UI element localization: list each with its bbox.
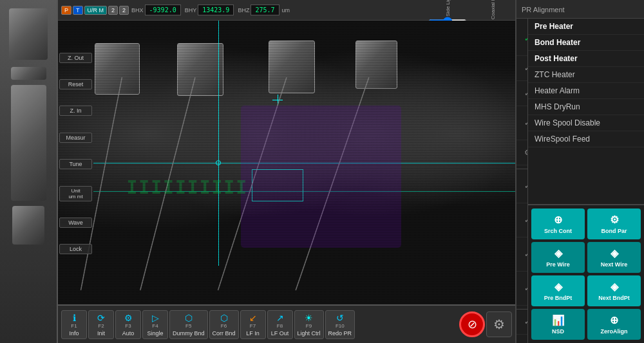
pre-wire-label: Pre Wire (546, 261, 569, 268)
pre-bndpt-button[interactable]: ◈ Pre BndPt (531, 275, 585, 306)
side-label-zin[interactable]: Z. In (59, 106, 92, 116)
side-label-tune[interactable]: Tune (59, 159, 92, 169)
fn-btn-f5[interactable]: ⬡ F5 Dummy Bnd (169, 310, 208, 339)
settings-button[interactable]: ⚙ (486, 311, 512, 337)
side-label-unit[interactable]: Unitum mt (59, 186, 92, 201)
menu-item-l-elev-slot[interactable]: L Elev Slot 1 (516, 272, 527, 306)
zero-align-button[interactable]: ⊕ ZeroAlign (587, 309, 641, 340)
menu-item-wc-open[interactable]: WC Open (516, 310, 527, 335)
wirespool-feed-label: WireSpool Feed (535, 134, 638, 144)
fn-f10-icon: ↺ (336, 313, 344, 323)
action-buttons-grid: ⊕ Srch Cont ⚙ Bond Par ◈ Pre Wire ◈ Next… (528, 204, 644, 343)
menu-item-redo-pr[interactable]: Redo PR (516, 140, 527, 165)
hardware-module-bottom (12, 206, 44, 245)
coord-unit: um (282, 7, 290, 14)
left-elev-up-icon (523, 216, 527, 225)
fn-btn-f7[interactable]: ↙ F7 LF In (240, 310, 266, 339)
toolbar-btn-2a[interactable]: 2 (108, 6, 118, 15)
menu-item-mhs-dryrun[interactable]: MHS DryRun (528, 99, 644, 115)
fn-f4-key: F4 (152, 323, 158, 329)
toolbar-btn-t[interactable]: T (73, 6, 83, 15)
menu-item-left-elev-down[interactable]: Left Elev Down (516, 237, 527, 272)
fn-btn-f6[interactable]: ⬡ F6 Corr Bnd (209, 310, 239, 339)
camera-view: IIIIIIIIII Z. Out Reset Z. In Measur Tun… (58, 21, 515, 304)
monitor-area: P T U/R M 2 2 BHX -9392.0 BHY 13423.9 BH… (58, 0, 515, 343)
wire-overlay (58, 21, 515, 304)
pre-heater-label: Pre Heater (535, 22, 638, 31)
wc-open-icon (523, 317, 527, 326)
toolbar-btn-2b[interactable]: 2 (119, 6, 129, 15)
menu-item-pre-heater[interactable]: Pre Heater (528, 19, 644, 35)
side-label-lock[interactable]: Lock (59, 244, 92, 254)
redo-pr-icon (523, 148, 527, 157)
dummy-bond-icon (523, 64, 527, 73)
menu-item-bto-on-ball[interactable]: BTO On Ball (516, 106, 527, 140)
menu-item-wc-close[interactable]: WC Close (516, 335, 527, 343)
nsd-icon: 📊 (552, 314, 565, 326)
fn-btn-f8[interactable]: ↗ F8 LF Out (267, 310, 293, 339)
fn-btn-f1[interactable]: ℹ F1 Info (61, 310, 87, 339)
pre-wire-button[interactable]: ◈ Pre Wire (531, 242, 585, 273)
menu-item-dummy-bond[interactable]: Dummy Bond (516, 56, 527, 81)
toolbar-coords: BHX -9392.0 BHY 13423.9 BHZ 275.7 um (131, 5, 290, 15)
fn-f5-icon: ⬡ (185, 313, 193, 323)
fn-btn-f3[interactable]: ⚙ F3 Auto (115, 310, 141, 339)
zero-align-icon: ⊕ (610, 314, 618, 326)
srch-cont-button[interactable]: ⊕ Srch Cont (531, 209, 585, 239)
bhx-value: -9392.0 (145, 5, 181, 15)
menu-item-ztc-heater[interactable]: ZTC Heater (528, 67, 644, 83)
menu-item-wire-spool-disable[interactable]: Wire Spool Disable (528, 115, 644, 131)
menu-item-correct-bond[interactable]: Correct Bond (516, 81, 527, 106)
nsd-button[interactable]: 📊 NSD (531, 309, 585, 340)
fn-btn-f9[interactable]: ☀ F9 Light Ctrl (294, 310, 324, 339)
fn-f2-icon: ⟳ (97, 313, 105, 323)
right-menu-items: Pre Heater Bond Heater Post Heater ZTC H… (528, 19, 644, 204)
bhz-value: 275.7 (251, 5, 279, 15)
fn-f9-key: F9 (306, 323, 312, 329)
bhx-label: BHX (131, 7, 144, 14)
stop-icon: ⊘ (468, 317, 477, 331)
l-elev-slot-icon (523, 284, 527, 293)
next-bndpt-label: Next BndPt (598, 295, 630, 301)
menu-item-heater-alarm[interactable]: Heater Alarm (528, 83, 644, 99)
fn-f3-icon: ⚙ (124, 313, 133, 323)
menu-item-left-elev-up[interactable]: Left Elev Up (516, 203, 527, 237)
menu-item-wirespool-feed[interactable]: WireSpool Feed (528, 131, 644, 147)
svg-line-1 (140, 77, 195, 290)
pre-bndpt-icon: ◈ (554, 281, 562, 293)
fn-btn-f4[interactable]: ▷ F4 Single (142, 310, 168, 339)
next-bndpt-button[interactable]: ◈ Next BndPt (587, 275, 641, 306)
menu-item-bond-heater[interactable]: Bond Heater (528, 35, 644, 51)
fn-f2-label: Init (97, 330, 105, 337)
menu-item-post-heater[interactable]: Post Heater (528, 51, 644, 67)
bond-par-button[interactable]: ⚙ Bond Par (587, 209, 641, 239)
toolbar-btn-ur[interactable]: U/R M (84, 6, 108, 15)
ztc-heater-label: ZTC Heater (535, 70, 638, 79)
zero-align-label: ZeroAlign (601, 328, 628, 335)
pre-bndpt-label: Pre BndPt (544, 295, 573, 301)
bto-on-ball-icon (523, 118, 527, 127)
fn-f1-icon: ℹ (73, 313, 76, 323)
left-menu-column: Last Lead Frame ON Dummy Bond Correct Bo… (516, 19, 528, 343)
side-label-zout[interactable]: Z. Out (59, 53, 92, 63)
menu-item-left-elev-unload[interactable]: Left Elev Unload (516, 169, 527, 203)
side-label-measur[interactable]: Measur (59, 133, 92, 143)
toolbar-btn-p[interactable]: P (61, 6, 71, 15)
fn-f7-key: F7 (250, 323, 256, 329)
side-label-reset[interactable]: Reset (59, 79, 92, 89)
fn-btn-f10[interactable]: ↺ F10 Redo PR (325, 310, 355, 339)
menu-item-last-lead-frame[interactable]: Last Lead Frame ON (516, 22, 527, 56)
post-heater-label: Post Heater (535, 54, 638, 63)
correct-bond-icon (523, 89, 527, 98)
next-wire-button[interactable]: ◈ Next Wire (587, 242, 641, 273)
bond-par-label: Bond Par (601, 228, 627, 234)
fn-btn-f2[interactable]: ⟳ F2 Init (88, 310, 114, 339)
stop-button[interactable]: ⊘ (459, 311, 485, 337)
side-label-wave[interactable]: Wave (59, 218, 92, 228)
mhs-dryrun-label: MHS DryRun (535, 102, 638, 111)
nsd-label: NSD (552, 328, 564, 335)
fn-f1-label: Info (69, 330, 79, 337)
fn-f4-icon: ▷ (152, 313, 159, 323)
fn-f7-label: LF In (246, 330, 260, 337)
svg-line-3 (296, 77, 369, 290)
